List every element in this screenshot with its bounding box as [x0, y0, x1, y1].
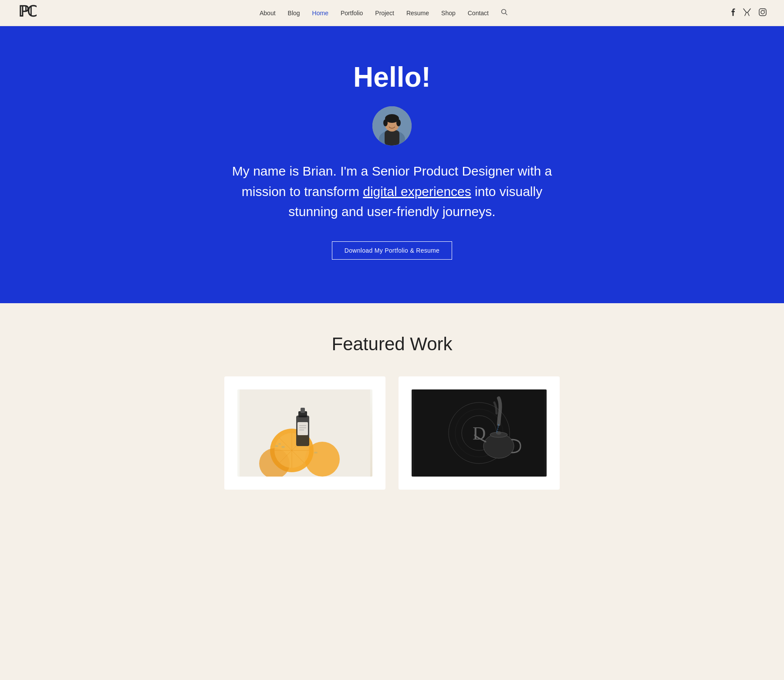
svg-rect-4: [759, 9, 766, 16]
twitter-x-link[interactable]: [743, 8, 751, 18]
svg-point-33: [314, 452, 318, 453]
featured-grid: D: [17, 376, 767, 490]
svg-line-3: [506, 13, 507, 15]
svg-rect-25: [301, 408, 305, 413]
navbar: ℙ ℂ About Blog Home Portfolio Project Re…: [0, 0, 784, 26]
instagram-icon: [759, 8, 767, 16]
svg-point-32: [281, 446, 285, 448]
facebook-link[interactable]: [731, 8, 735, 18]
featured-work-section: Featured Work: [0, 303, 784, 507]
nav-shop[interactable]: Shop: [441, 10, 456, 17]
nav-portfolio[interactable]: Portfolio: [341, 10, 363, 17]
nav-project[interactable]: Project: [375, 10, 394, 17]
svg-point-31: [278, 443, 281, 444]
download-cta-button[interactable]: Download My Portfolio & Resume: [332, 241, 452, 260]
svg-point-16: [305, 442, 340, 477]
site-logo[interactable]: ℙ ℂ: [17, 3, 37, 23]
svg-text:ℂ: ℂ: [27, 3, 37, 20]
card-image-1: [237, 389, 372, 477]
hero-section: Hello! My name is Brian. I'm a Senior Pr…: [0, 26, 784, 303]
instagram-link[interactable]: [759, 8, 767, 18]
facebook-icon: [731, 8, 735, 16]
avatar: [372, 106, 412, 145]
svg-point-5: [761, 10, 764, 14]
featured-card-2[interactable]: D: [399, 376, 560, 490]
svg-point-2: [502, 9, 506, 14]
svg-rect-9: [385, 130, 399, 145]
svg-rect-26: [297, 422, 308, 435]
social-links: [731, 8, 767, 18]
digital-experiences-link[interactable]: digital experiences: [363, 184, 471, 199]
nav-blog[interactable]: Blog: [288, 10, 300, 17]
main-nav: About Blog Home Portfolio Project Resume…: [260, 9, 508, 17]
svg-point-13: [396, 119, 401, 126]
twitter-x-icon: [743, 8, 751, 16]
featured-work-title: Featured Work: [17, 334, 767, 355]
nav-resume[interactable]: Resume: [406, 10, 429, 17]
svg-point-12: [383, 119, 388, 126]
card-image-2: D: [412, 389, 547, 477]
hero-description: My name is Brian. I'm a Senior Product D…: [231, 161, 553, 222]
hero-greeting: Hello!: [17, 61, 767, 93]
featured-card-1[interactable]: [224, 376, 385, 490]
search-icon: [501, 9, 508, 16]
nav-contact[interactable]: Contact: [468, 10, 489, 17]
search-button[interactable]: [501, 9, 508, 17]
nav-home[interactable]: Home: [312, 10, 328, 17]
nav-about[interactable]: About: [260, 10, 276, 17]
svg-point-30: [275, 445, 278, 447]
svg-point-6: [764, 10, 765, 10]
